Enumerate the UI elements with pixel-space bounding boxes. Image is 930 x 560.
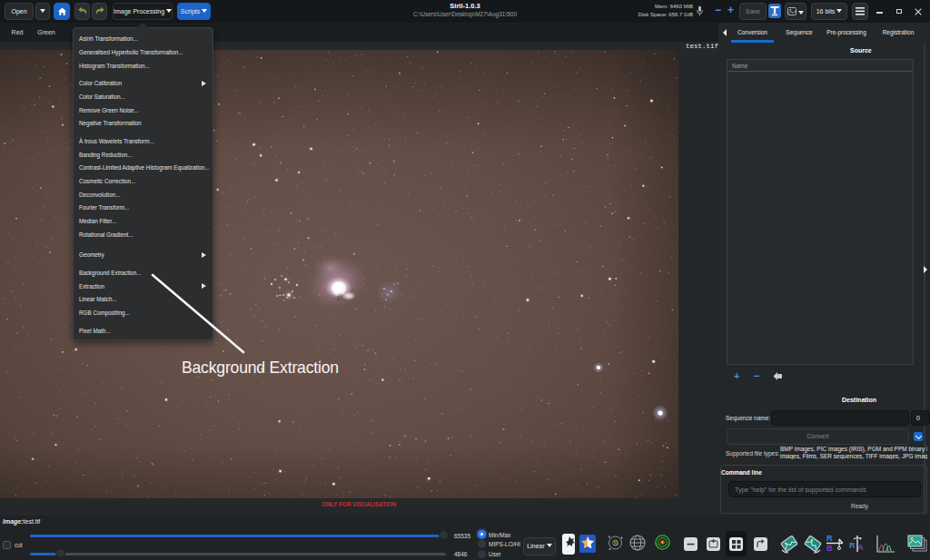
svg-text:S: S <box>614 540 618 546</box>
svg-text:R: R <box>826 534 833 543</box>
svg-text:B: B <box>826 544 833 553</box>
svg-text:A: A <box>857 543 864 552</box>
svg-text:R: R <box>849 541 856 550</box>
